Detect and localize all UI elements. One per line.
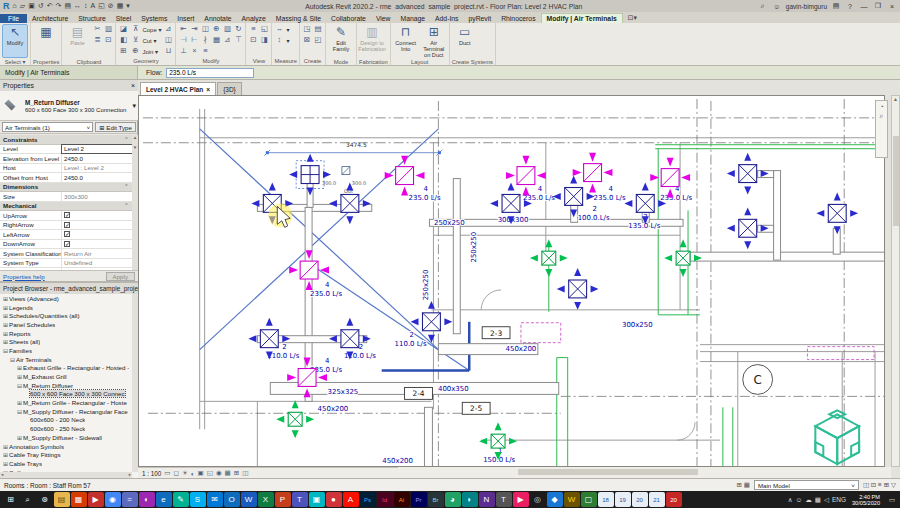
property-value[interactable]: ✓ bbox=[62, 221, 132, 230]
green-supply-diffuser[interactable] bbox=[664, 239, 702, 277]
supply-diffuser-selected[interactable] bbox=[289, 154, 331, 196]
blue-app-icon[interactable]: ◆ bbox=[547, 492, 563, 507]
join-button[interactable]: ⊕Join ▾ bbox=[130, 46, 161, 56]
canvas-vscrollbar[interactable]: ▲ bbox=[891, 95, 900, 467]
beam-icon[interactable]: ⊿ bbox=[163, 24, 173, 34]
tab-view[interactable]: View bbox=[371, 14, 396, 23]
browser-item[interactable]: ⊞M_Return Grille - Rectangular - Hoste bbox=[0, 398, 132, 407]
duct[interactable] bbox=[690, 252, 885, 261]
view-tab-level-2-hvac-plan[interactable]: Level 2 HVAC Plan× bbox=[140, 82, 216, 95]
close-properties-icon[interactable]: × bbox=[131, 82, 135, 89]
settings-icon[interactable]: ⊛ bbox=[37, 492, 53, 507]
people-icon[interactable]: ☺ bbox=[796, 496, 803, 503]
section-header-dimensions[interactable]: Dimensions⌃ bbox=[0, 183, 132, 193]
dimension-handle[interactable] bbox=[266, 151, 269, 154]
modify-tab-options-icon[interactable]: ⊡▾ bbox=[623, 13, 642, 23]
browser-item[interactable]: ⊞Cable Tray Fittings bbox=[0, 450, 132, 459]
duct-size-tag[interactable]: 300x250 bbox=[622, 321, 653, 329]
tab-modify-air-terminals[interactable]: Modify | Air Terminals bbox=[541, 13, 623, 23]
default-3d-view-icon[interactable]: ◱ bbox=[98, 1, 105, 11]
photoshop-icon[interactable]: Ps bbox=[360, 492, 376, 507]
align-icon[interactable]: ⇤ bbox=[178, 24, 188, 34]
browser-item[interactable]: ⊞Schedules/Quantities (all) bbox=[0, 311, 132, 320]
red-calendar-icon[interactable]: 20 bbox=[666, 492, 682, 507]
close-view-tab-icon[interactable]: × bbox=[206, 86, 210, 93]
air-terminal-on-duct-button[interactable]: ⊞Air Terminal on Duct bbox=[421, 24, 447, 58]
undo-icon[interactable]: ↶ bbox=[47, 1, 53, 11]
tab-insert[interactable]: Insert bbox=[172, 14, 199, 23]
flow-tag[interactable]: 2100.0 L/s bbox=[578, 205, 610, 222]
offset-icon[interactable]: ⇥ bbox=[189, 24, 199, 34]
revit-logo-icon[interactable]: R bbox=[3, 1, 10, 11]
browser-item[interactable]: 600x600 - 200 Neck bbox=[0, 416, 132, 425]
property-value[interactable]: ✓ bbox=[62, 240, 132, 249]
supply-diffuser[interactable] bbox=[557, 268, 599, 310]
language-indicator[interactable]: ENG bbox=[832, 496, 846, 503]
word-icon[interactable]: W bbox=[241, 492, 257, 507]
user-interface-icon[interactable]: ◱ bbox=[259, 24, 269, 34]
visual-studio-icon[interactable]: N bbox=[479, 492, 495, 507]
tab-pyrevit[interactable]: pyRevit bbox=[463, 14, 496, 23]
excel-icon[interactable]: X bbox=[258, 492, 274, 507]
mail-icon[interactable]: ✉ bbox=[207, 492, 223, 507]
element-filter-select[interactable]: Air Terminals (1)˅ bbox=[2, 122, 93, 132]
tab-analyze[interactable]: Analyze bbox=[237, 14, 271, 23]
measure-button[interactable]: ↔▾ bbox=[274, 24, 289, 34]
restore-button[interactable]: ❐ bbox=[873, 2, 883, 10]
help-icon[interactable]: ? bbox=[845, 3, 855, 10]
cloud-icon[interactable]: ☁ bbox=[805, 496, 812, 504]
indesign-icon[interactable]: Id bbox=[377, 492, 393, 507]
checkbox-checked-icon[interactable]: ✓ bbox=[64, 212, 70, 218]
filter-icon[interactable]: ▽ bbox=[889, 481, 896, 488]
duct-size-tag[interactable]: 325x325 bbox=[328, 388, 359, 396]
duct-size-tag[interactable]: 400x350 bbox=[438, 385, 469, 393]
browser-item[interactable]: ⊞Sheets (all) bbox=[0, 337, 132, 346]
save-icon[interactable]: ▣ bbox=[28, 1, 35, 11]
duct-button[interactable]: ▭Duct bbox=[452, 24, 478, 58]
property-value[interactable]: Return Air bbox=[62, 249, 132, 258]
constraints-icon[interactable]: ◫ bbox=[242, 469, 248, 477]
cut-button[interactable]: ⊻Cut ▾ bbox=[130, 35, 161, 45]
green-app-icon[interactable]: ◕ bbox=[445, 492, 461, 507]
section-tag[interactable]: 2-3 bbox=[482, 327, 510, 339]
create-similar-icon[interactable]: ◰ bbox=[313, 35, 323, 45]
home-icon[interactable]: ⌂ bbox=[13, 1, 17, 11]
scale-icon[interactable]: ⊿ bbox=[222, 35, 232, 45]
tab-rhinoceros[interactable]: Rhinoceros bbox=[496, 14, 540, 23]
checkbox-checked-icon[interactable]: ✓ bbox=[64, 222, 70, 228]
select-multiple-icon[interactable]: ≡ bbox=[200, 46, 210, 56]
checkbox-checked-icon[interactable]: ✓ bbox=[64, 231, 70, 237]
flow-tag[interactable]: 4235.0 L/s bbox=[310, 281, 342, 298]
green-supply-diffuser[interactable] bbox=[530, 239, 568, 277]
dimension-handle[interactable] bbox=[438, 151, 441, 154]
edge-icon[interactable]: e bbox=[156, 492, 172, 507]
flow-tag[interactable]: 4235.0 L/s bbox=[594, 185, 626, 202]
demolish-icon[interactable]: ⊞ bbox=[118, 46, 128, 56]
drawing-canvas[interactable]: 3474.5300.0300.0Out300x300250x250300x250… bbox=[138, 95, 885, 467]
print-icon[interactable]: ▤ bbox=[64, 1, 71, 11]
reveal-hidden-icon[interactable]: ◉ bbox=[216, 469, 222, 477]
split-face-icon[interactable]: ◪ bbox=[118, 24, 128, 34]
sun-path-icon[interactable]: ☀ bbox=[182, 469, 188, 477]
worksets-icon[interactable]: ⊞ bbox=[736, 481, 743, 488]
user-icon[interactable]: ☺ bbox=[772, 3, 782, 10]
return-diffuser[interactable] bbox=[650, 158, 690, 198]
flow-tag[interactable]: 4235.0 L/s bbox=[409, 185, 441, 202]
checkbox-checked-icon[interactable]: ✓ bbox=[64, 241, 70, 247]
media-player-icon[interactable]: ▶ bbox=[88, 492, 104, 507]
copy-icon[interactable]: ▥ bbox=[222, 24, 232, 34]
section-header-constraints[interactable]: Constraints⌃ bbox=[0, 135, 132, 145]
duct-size-tag[interactable]: 250x250 bbox=[470, 232, 478, 263]
crop-view-icon[interactable]: ▣ bbox=[198, 469, 204, 477]
supply-diffuser[interactable] bbox=[624, 183, 666, 225]
unpin-icon[interactable]: ⊥ bbox=[178, 46, 188, 56]
wall-joins-icon[interactable]: ◫ bbox=[163, 35, 173, 45]
notes-icon[interactable]: ✎ bbox=[173, 492, 189, 507]
cut-clipboard-icon[interactable]: ✂ bbox=[92, 24, 102, 34]
worksharing-display-icon[interactable]: ▦ bbox=[225, 469, 231, 477]
aligned-dimension-button[interactable]: ↕▾ bbox=[274, 35, 289, 45]
connect-into-button[interactable]: ⊓Connect Into bbox=[393, 24, 419, 58]
edit-type-button[interactable]: ⊞ Edit Type bbox=[95, 122, 136, 132]
outlook-icon[interactable]: O bbox=[224, 492, 240, 507]
duct[interactable] bbox=[774, 171, 781, 261]
